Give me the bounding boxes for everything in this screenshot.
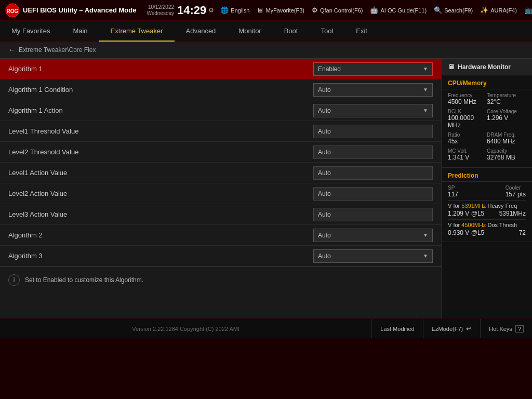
- setting-row-level3-action[interactable]: Level3 Action Value: [0, 204, 441, 225]
- prediction-divider: [448, 200, 526, 201]
- prediction-divider2: [448, 219, 526, 220]
- content-area: Algorithm 1 Enabled ▼ Algorithm 1 Condit…: [0, 59, 532, 318]
- algorithm2-value: Auto: [318, 232, 331, 239]
- algorithm1-value: Enabled: [318, 65, 341, 73]
- tab-main[interactable]: Main: [61, 21, 99, 42]
- setting-row-algorithm2[interactable]: Algorithm 2 Auto ▼: [0, 225, 441, 246]
- nav-aioc[interactable]: 🤖 AI OC Guide(F11): [370, 6, 427, 14]
- tab-my-favorites[interactable]: My Favorites: [0, 21, 61, 42]
- qfan-icon: ⚙: [312, 6, 318, 14]
- pred-4500-thresh: 72: [519, 229, 526, 236]
- algorithm2-dropdown[interactable]: Auto ▼: [313, 229, 433, 242]
- tab-extreme-tweaker[interactable]: Extreme Tweaker: [99, 21, 175, 42]
- header-time: 14:29: [177, 4, 206, 17]
- pred-5391-row: 1.209 V @L5 5391MHz: [448, 210, 526, 217]
- setting-label-algorithm1: Algorithm 1: [8, 65, 313, 73]
- algorithm1-action-value: Auto: [318, 107, 331, 114]
- settings-icon[interactable]: ⚙: [208, 7, 214, 14]
- capacity-value: 32768 MB: [487, 154, 526, 161]
- breadcrumb: ← Extreme Tweaker\Core Flex: [0, 42, 532, 59]
- pred-4500-row: 0.930 V @L5 72: [448, 229, 526, 236]
- setting-control-algorithm1-action: Auto ▼: [313, 104, 433, 117]
- nav-english-label: English: [231, 7, 249, 14]
- breadcrumb-path: Extreme Tweaker\Core Flex: [19, 46, 96, 54]
- dropdown-arrow-icon2: ▼: [423, 87, 428, 92]
- setting-label-algorithm1-condition: Algorithm 1 Condition: [8, 86, 313, 94]
- algorithm3-dropdown[interactable]: Auto ▼: [313, 249, 433, 263]
- dram-freq-key: DRAM Freq.: [487, 132, 526, 138]
- rog-logo-icon: ROG: [5, 3, 20, 18]
- setting-control-algorithm3: Auto ▼: [313, 249, 433, 263]
- ratio-value: 45x: [448, 138, 487, 145]
- nav-aura[interactable]: ✨ AURA(F4): [480, 6, 517, 14]
- temperature-key: Temperature: [487, 92, 526, 98]
- svg-text:ROG: ROG: [7, 8, 19, 14]
- setting-row-algorithm1-condition[interactable]: Algorithm 1 Condition Auto ▼: [0, 79, 441, 100]
- hotkeys-button[interactable]: Hot Keys ?: [480, 319, 532, 338]
- setting-control-level1-threshold: [313, 125, 433, 138]
- level2-action-input[interactable]: [313, 187, 433, 201]
- setting-label-algorithm3: Algorithm 3: [8, 252, 313, 260]
- ezmode-label: EzMode(F7): [432, 326, 463, 332]
- level1-action-input[interactable]: [313, 166, 433, 180]
- version-text: Version 2.22.1284 Copyright (C) 2022 AMI: [0, 326, 371, 332]
- prediction-block: SP 117 Cooler 157 pts V for 5391MHz Heav…: [442, 182, 532, 242]
- sp-value: 117: [448, 191, 458, 198]
- nav-english[interactable]: 🌐 English: [220, 6, 249, 14]
- info-icon: i: [8, 274, 20, 286]
- level1-threshold-input[interactable]: [313, 125, 433, 138]
- algorithm1-condition-dropdown[interactable]: Auto ▼: [313, 83, 433, 97]
- dram-freq-item: DRAM Freq. 6400 MHz: [487, 132, 526, 145]
- hotkeys-icon: ?: [515, 325, 524, 332]
- setting-label-algorithm1-action: Algorithm 1 Action: [8, 107, 313, 114]
- algorithm1-condition-value: Auto: [318, 86, 331, 94]
- tab-exit[interactable]: Exit: [344, 21, 379, 42]
- time-block: 10/12/2022 Wednesday 14:29 ⚙: [147, 4, 214, 17]
- bclk-key: BCLK: [448, 109, 487, 114]
- algorithm1-dropdown[interactable]: Enabled ▼: [313, 62, 433, 76]
- cooler-key: Cooler: [506, 185, 526, 191]
- resizebar-icon: 📺: [524, 6, 532, 14]
- level3-action-input[interactable]: [313, 208, 433, 221]
- frequency-item: Frequency 4500 MHz: [448, 92, 487, 105]
- setting-label-algorithm2: Algorithm 2: [8, 231, 313, 239]
- core-voltage-key: Core Voltage: [487, 109, 526, 114]
- dropdown-arrow-icon: ▼: [423, 66, 428, 72]
- level2-threshold-input[interactable]: [313, 145, 433, 159]
- setting-row-algorithm1-action[interactable]: Algorithm 1 Action Auto ▼: [0, 100, 441, 121]
- nav-resizebar[interactable]: 📺 ReSize BAR: [524, 6, 532, 14]
- breadcrumb-back-icon[interactable]: ←: [8, 46, 16, 54]
- capacity-item: Capacity 32768 MB: [487, 148, 526, 161]
- setting-row-level1-threshold[interactable]: Level1 Threshold Value: [0, 121, 441, 142]
- setting-row-level1-action[interactable]: Level1 Action Value: [0, 163, 441, 183]
- algorithm1-action-dropdown[interactable]: Auto ▼: [313, 104, 433, 117]
- ezmode-button[interactable]: EzMode(F7) ↵: [423, 319, 481, 338]
- ezmode-icon: ↵: [466, 325, 472, 332]
- nav-search[interactable]: 🔍 Search(F9): [434, 6, 473, 14]
- setting-row-level2-action[interactable]: Level2 Action Value: [0, 183, 441, 204]
- tab-boot[interactable]: Boot: [273, 21, 310, 42]
- last-modified-button[interactable]: Last Modified: [371, 319, 422, 338]
- setting-row-algorithm1[interactable]: Algorithm 1 Enabled ▼: [0, 59, 441, 79]
- setting-row-level2-threshold[interactable]: Level2 Threshold Value: [0, 142, 441, 163]
- header-bar: ROG UEFI BIOS Utility – Advanced Mode 10…: [0, 0, 532, 21]
- nav-qfan[interactable]: ⚙ Qfan Control(F6): [312, 6, 363, 14]
- prediction-section-title: Prediction: [442, 168, 532, 182]
- pred-v-4500-label: V for 4500MHz Dos Thresh: [448, 222, 526, 228]
- setting-label-level1-threshold: Level1 Threshold Value: [8, 127, 313, 135]
- setting-control-algorithm1-condition: Auto ▼: [313, 83, 433, 97]
- main-nav: My Favorites Main Extreme Tweaker Advanc…: [0, 21, 532, 42]
- tab-advanced[interactable]: Advanced: [175, 21, 228, 42]
- aioc-icon: 🤖: [370, 6, 378, 14]
- setting-row-algorithm3[interactable]: Algorithm 3 Auto ▼: [0, 246, 441, 267]
- algorithm3-value: Auto: [318, 252, 331, 260]
- core-voltage-item: Core Voltage 1.296 V: [487, 109, 526, 129]
- tab-tool[interactable]: Tool: [309, 21, 344, 42]
- pred-4500-volt: 0.930 V @L5: [448, 229, 484, 236]
- tab-monitor[interactable]: Monitor: [227, 21, 272, 42]
- capacity-key: Capacity: [487, 148, 526, 154]
- setting-label-level2-threshold: Level2 Threshold Value: [8, 148, 313, 156]
- ratio-item: Ratio 45x: [448, 132, 487, 145]
- nav-myfavorite[interactable]: 🖥 MyFavorite(F3): [257, 6, 304, 14]
- hotkeys-label: Hot Keys: [489, 326, 512, 332]
